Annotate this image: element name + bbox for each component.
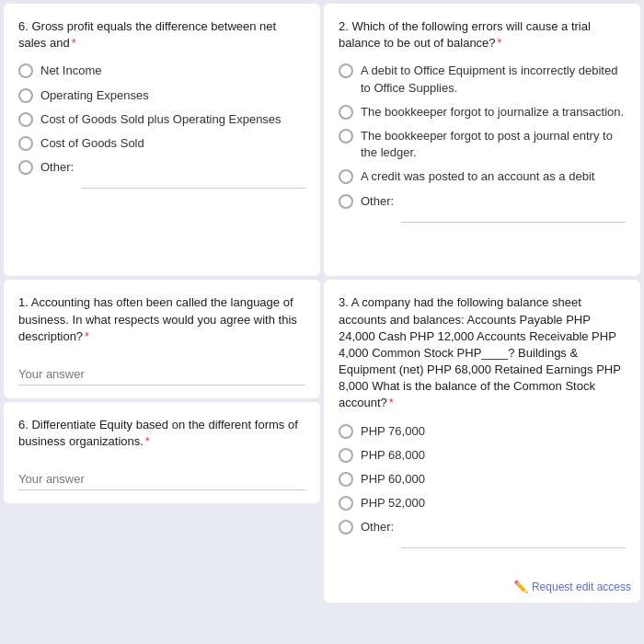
option-row: A credit was posted to an account as a d… <box>339 168 626 185</box>
other-trial-input[interactable] <box>401 201 626 223</box>
option-label: The bookkeeper forgot to post a journal … <box>361 128 626 161</box>
request-edit-button[interactable]: ✏️ Request edit access <box>513 580 631 593</box>
option-row: Other: <box>339 193 626 223</box>
radio-forgot-journalize[interactable] <box>339 105 353 120</box>
q1-accounting-question: 1. Accounting has often been called the … <box>18 294 305 345</box>
option-label: A credit was posted to an account as a d… <box>361 168 594 185</box>
radio-php68[interactable] <box>339 448 353 463</box>
q3-balance-question: 3. A company had the following balance s… <box>339 294 626 411</box>
radio-other-balance[interactable] <box>339 520 353 535</box>
option-row: The bookkeeper forgot to journalize a tr… <box>339 104 626 121</box>
left-middle-bottom: 1. Accounting has often been called the … <box>4 280 320 603</box>
option-row: Operating Expenses <box>18 87 305 104</box>
option-row: A debit to Office Equipment is incorrect… <box>339 63 626 96</box>
option-label: Cost of Goods Sold <box>40 135 144 152</box>
option-row: Cost of Goods Sold <box>18 135 305 152</box>
radio-cogs[interactable] <box>18 136 33 151</box>
option-row: Cost of Goods Sold plus Operating Expens… <box>18 111 305 128</box>
card-q3-balance: 3. A company had the following balance s… <box>324 280 640 603</box>
radio-credit-debit[interactable] <box>339 169 353 184</box>
radio-php76[interactable] <box>339 424 353 439</box>
card-q6-gross: 6. Gross profit equals the difference be… <box>4 4 320 276</box>
q6-equity-question: 6. Differentiate Equity based on the dif… <box>18 417 305 450</box>
radio-forgot-post[interactable] <box>339 129 353 144</box>
option-label: Other: <box>361 193 394 210</box>
option-row: PHP 76,000 <box>339 423 626 440</box>
other-gross-input[interactable] <box>81 167 305 189</box>
option-label: A debit to Office Equipment is incorrect… <box>361 63 626 96</box>
card-q6-equity: 6. Differentiate Equity based on the dif… <box>4 402 320 503</box>
option-label: Cost of Goods Sold plus Operating Expens… <box>40 111 282 128</box>
option-label: Operating Expenses <box>40 87 149 104</box>
option-label: Other: <box>361 519 394 535</box>
card-q1-accounting: 1. Accounting has often been called the … <box>4 280 320 398</box>
option-label: Net Income <box>40 63 101 79</box>
option-row: PHP 68,000 <box>339 447 626 464</box>
pencil-icon: ✏️ <box>513 580 528 593</box>
q6-gross-question: 6. Gross profit equals the difference be… <box>18 18 305 52</box>
q2-trial-question: 2. Which of the following errors will ca… <box>339 18 626 52</box>
radio-cogs-plus-op[interactable] <box>18 112 33 127</box>
option-label: Other: <box>40 159 74 176</box>
radio-other-trial[interactable] <box>339 194 353 209</box>
option-row: The bookkeeper forgot to post a journal … <box>339 128 626 161</box>
option-row: PHP 60,000 <box>339 471 626 488</box>
radio-php60[interactable] <box>339 472 353 487</box>
radio-net-income[interactable] <box>18 63 33 78</box>
option-label: PHP 76,000 <box>361 423 425 440</box>
radio-php52[interactable] <box>339 496 353 511</box>
option-label: PHP 52,000 <box>361 495 425 512</box>
radio-office-equipment[interactable] <box>339 63 353 78</box>
option-label: PHP 68,000 <box>361 447 425 464</box>
option-label: The bookkeeper forgot to journalize a tr… <box>361 104 624 121</box>
option-row: PHP 52,000 <box>339 495 626 512</box>
q1-accounting-input[interactable] <box>18 363 305 385</box>
option-label: PHP 60,000 <box>361 471 425 488</box>
card-q2-trial: 2. Which of the following errors will ca… <box>324 4 640 276</box>
option-row: Net Income <box>18 63 305 79</box>
option-row: Other: <box>18 159 305 189</box>
other-balance-input[interactable] <box>401 526 626 548</box>
q6-equity-input[interactable] <box>18 468 305 490</box>
option-row: Other: <box>339 519 626 548</box>
request-edit-label: Request edit access <box>532 581 631 593</box>
radio-other-gross[interactable] <box>18 160 33 175</box>
radio-operating-expenses[interactable] <box>18 88 33 103</box>
